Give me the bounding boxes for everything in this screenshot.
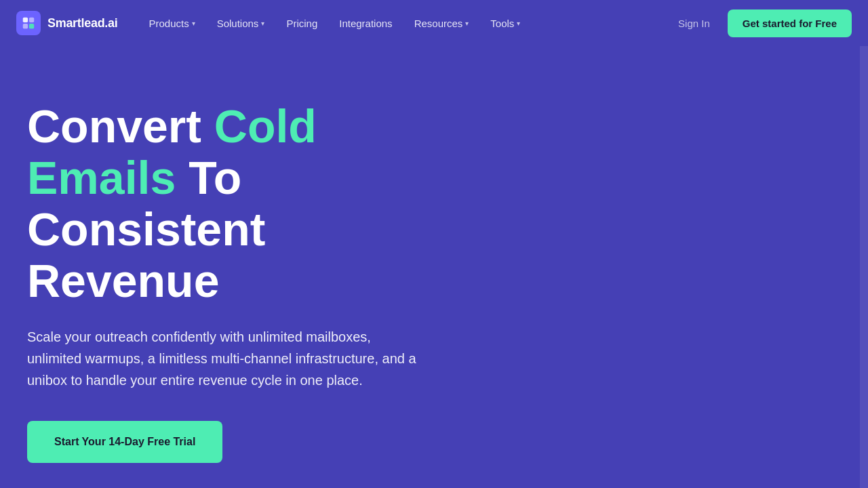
nav-label-products: Products [149,18,189,29]
get-started-button[interactable]: Get started for Free [728,9,852,37]
hero-title: Convert Cold Emails To Consistent Revenu… [27,100,448,307]
nav-item-solutions[interactable]: Solutions ▾ [208,12,275,35]
nav-links: Products ▾ Solutions ▾ Pricing Integrati… [139,12,669,35]
brand-name: Smartlead.ai [47,16,117,30]
svg-rect-3 [29,24,34,28]
logo[interactable]: Smartlead.ai [16,11,117,35]
nav-label-solutions: Solutions [217,18,259,29]
nav-item-products[interactable]: Products ▾ [139,12,204,35]
svg-rect-2 [23,24,28,28]
nav-label-integrations: Integrations [339,18,392,29]
chevron-down-icon: ▾ [465,20,469,27]
hero-title-part1: Convert [27,100,214,152]
nav-right: Sign In Get started for Free [669,9,852,37]
nav-item-tools[interactable]: Tools ▾ [481,12,530,35]
hero-subtitle: Scale your outreach confidently with unl… [27,326,420,391]
nav-label-resources: Resources [414,18,463,29]
svg-rect-0 [23,18,28,22]
sign-in-button[interactable]: Sign In [669,12,719,35]
nav-label-pricing: Pricing [286,18,317,29]
svg-rect-1 [29,18,34,22]
chevron-down-icon: ▾ [192,20,195,27]
logo-icon [16,11,41,35]
hero-cta-button[interactable]: Start Your 14-Day Free Trial [27,421,222,463]
chevron-down-icon: ▾ [261,20,264,27]
scrollbar[interactable] [860,0,868,488]
chevron-down-icon: ▾ [517,20,520,27]
nav-item-integrations[interactable]: Integrations [330,12,401,35]
hero-section: Convert Cold Emails To Consistent Revenu… [0,46,475,463]
nav-item-resources[interactable]: Resources ▾ [405,12,479,35]
nav-label-tools: Tools [490,18,514,29]
nav-item-pricing[interactable]: Pricing [277,12,327,35]
navbar: Smartlead.ai Products ▾ Solutions ▾ Pric… [0,0,868,46]
